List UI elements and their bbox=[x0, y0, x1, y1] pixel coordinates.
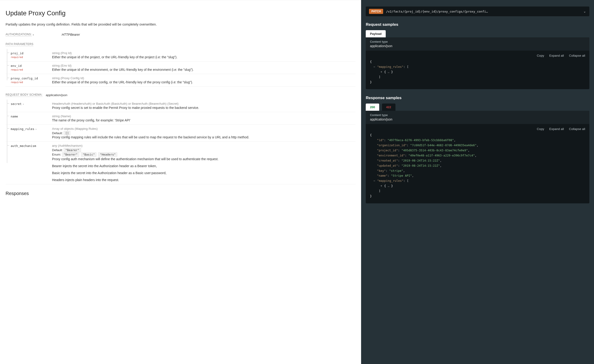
param-description-block: Proxy config auth mechanism will define … bbox=[52, 157, 356, 182]
path-parameters-table: proj_id required string (Proj Id) Either… bbox=[6, 49, 356, 87]
content-type-bar: Content type application/json bbox=[366, 37, 589, 51]
content-type-label: Content type bbox=[370, 40, 585, 43]
required-badge: required bbox=[11, 81, 52, 84]
param-type: HeadersAuth (HeadersAuth) or BasicAuth (… bbox=[52, 102, 356, 105]
param-type: string (Proj Id) bbox=[52, 51, 356, 55]
param-name: env_id bbox=[11, 64, 22, 67]
tab-payload[interactable]: Payload bbox=[366, 30, 386, 37]
request-body-schema-label: REQUEST BODY SCHEMA: bbox=[6, 93, 42, 97]
param-row: secret› HeadersAuth (HeadersAuth) or Bas… bbox=[6, 100, 356, 112]
request-body-schema-ct: application/json bbox=[46, 93, 67, 97]
param-type: string (Env Id) bbox=[52, 64, 356, 67]
endpoint-path: /v2/facts/{proj_id}/{env_id}/proxy_confi… bbox=[386, 10, 580, 13]
chevron-right-icon: › bbox=[22, 103, 24, 106]
request-samples-heading: Request samples bbox=[366, 22, 589, 27]
path-parameters-label: PATH PARAMETERS bbox=[6, 42, 34, 46]
param-name[interactable]: secret› bbox=[11, 102, 24, 106]
expand-all-button[interactable]: Expand all bbox=[549, 127, 564, 131]
expand-all-button[interactable]: Expand all bbox=[549, 54, 564, 57]
param-desc: Proxy config mapping rules will include … bbox=[52, 135, 356, 139]
authorizations-label: AUTHORIZATIONS: bbox=[6, 33, 32, 36]
collapse-toggle-icon[interactable]: − bbox=[373, 178, 376, 183]
param-row: env_id required string (Env Id) Either t… bbox=[6, 61, 356, 74]
copy-button[interactable]: Copy bbox=[537, 127, 544, 131]
param-type: string (Proxy Config Id) bbox=[52, 76, 356, 80]
param-name: proxy_config_id bbox=[11, 77, 38, 80]
param-name: proj_id bbox=[11, 52, 23, 55]
chevron-down-icon[interactable]: ⌄ bbox=[583, 9, 586, 13]
param-row: mapping_rules› Array of objects (Mapping… bbox=[6, 125, 356, 142]
body-parameters-table: secret› HeadersAuth (HeadersAuth) or Bas… bbox=[6, 100, 356, 184]
chevron-right-icon: › bbox=[33, 33, 34, 36]
collapse-toggle-icon[interactable]: − bbox=[373, 64, 376, 69]
expand-toggle-icon[interactable]: + bbox=[380, 69, 383, 74]
page-title: Update Proxy Config bbox=[6, 9, 356, 17]
response-tabs: 200 422 bbox=[366, 104, 589, 111]
enum-value: "Basic" bbox=[81, 152, 97, 157]
page-description: Partially updates the proxy config defin… bbox=[6, 22, 356, 26]
enum-value: "Bearer" bbox=[62, 152, 79, 157]
param-desc: The name of the proxy config, for exampl… bbox=[52, 118, 356, 122]
responses-heading: Responses bbox=[6, 191, 356, 196]
required-badge: required bbox=[11, 56, 52, 59]
param-name: auth_mechanism bbox=[11, 144, 36, 148]
right-panel: PATCH /v2/facts/{proj_id}/{env_id}/proxy… bbox=[361, 0, 594, 364]
chevron-right-icon: › bbox=[35, 128, 37, 131]
default-value: [] bbox=[64, 131, 70, 135]
param-desc: Either the unique id of the proxy config… bbox=[52, 80, 356, 84]
param-row: proxy_config_id required string (Proxy C… bbox=[6, 74, 356, 87]
authorizations-value: HTTPBearer bbox=[62, 33, 80, 36]
content-type-value: application/json bbox=[370, 44, 392, 48]
authorizations-row[interactable]: AUTHORIZATIONS: › HTTPBearer bbox=[6, 33, 356, 36]
code-actions: Copy Expand all Collapse all bbox=[366, 51, 589, 59]
default-row: Default: [] bbox=[52, 131, 356, 135]
code-actions: Copy Expand all Collapse all bbox=[366, 124, 589, 133]
param-desc: Either the unique id of the project, or … bbox=[52, 55, 356, 59]
response-samples-heading: Response samples bbox=[366, 96, 589, 100]
response-json-code: { "id": "497f6eca-6276-4993-bfeb-53cbbbb… bbox=[366, 133, 589, 198]
copy-button[interactable]: Copy bbox=[537, 54, 544, 57]
param-row: auth_mechanism any (AuthMechanism) Defau… bbox=[6, 142, 356, 184]
default-value: "Bearer" bbox=[64, 148, 81, 152]
param-desc: Proxy config secret is set to enable the… bbox=[52, 106, 356, 110]
default-row: Default: "Bearer" bbox=[52, 148, 356, 152]
request-tabs: Payload bbox=[366, 30, 589, 37]
param-row: name string (Name) The name of the proxy… bbox=[6, 112, 356, 125]
content-type-value: application/json bbox=[370, 117, 392, 121]
param-name[interactable]: mapping_rules› bbox=[11, 127, 37, 131]
response-sample-box: Content type application/json Copy Expan… bbox=[366, 111, 589, 203]
left-panel: Update Proxy Config Partially updates th… bbox=[0, 0, 361, 364]
content-type-label: Content type bbox=[370, 114, 585, 117]
param-type: Array of objects (Mapping Rules) bbox=[52, 127, 356, 130]
request-body-schema-row: REQUEST BODY SCHEMA: application/json bbox=[6, 93, 356, 97]
tab-200[interactable]: 200 bbox=[366, 104, 379, 111]
request-json-code: { −"mapping_rules": [ +{ … } ] } bbox=[366, 59, 589, 85]
enum-value: "Headers" bbox=[98, 152, 117, 157]
enum-row: Enum: "Bearer" "Basic" "Headers" bbox=[52, 153, 356, 156]
param-desc: Either the unique id of the environment,… bbox=[52, 68, 356, 72]
http-method-badge: PATCH bbox=[369, 9, 383, 14]
content-type-bar: Content type application/json bbox=[366, 111, 589, 124]
tab-422[interactable]: 422 bbox=[382, 104, 395, 111]
param-name: name bbox=[11, 115, 18, 118]
param-type: string (Name) bbox=[52, 115, 356, 118]
endpoint-bar[interactable]: PATCH /v2/facts/{proj_id}/{env_id}/proxy… bbox=[366, 7, 589, 16]
collapse-all-button[interactable]: Collapse all bbox=[569, 54, 585, 57]
expand-toggle-icon[interactable]: + bbox=[380, 183, 383, 189]
request-sample-box: Content type application/json Copy Expan… bbox=[366, 37, 589, 89]
collapse-all-button[interactable]: Collapse all bbox=[569, 127, 585, 131]
param-row: proj_id required string (Proj Id) Either… bbox=[6, 49, 356, 61]
required-badge: required bbox=[11, 68, 52, 71]
param-type: any (AuthMechanism) bbox=[52, 144, 356, 148]
